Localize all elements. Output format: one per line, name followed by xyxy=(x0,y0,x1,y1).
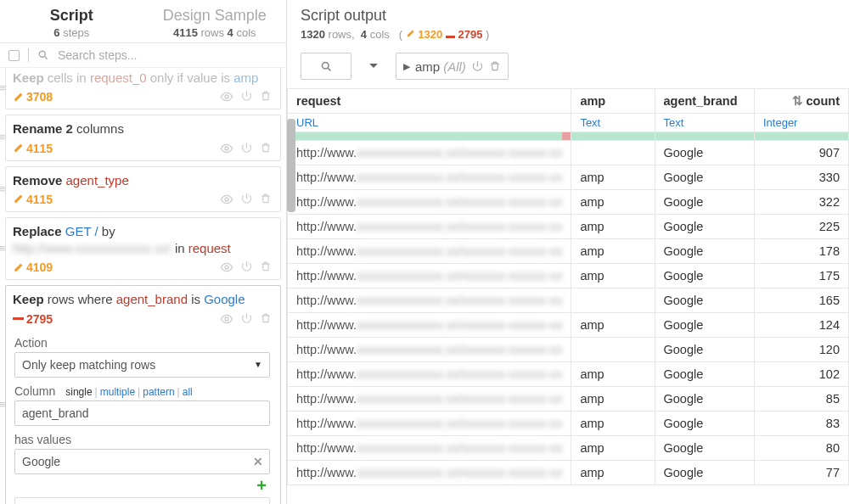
table-row[interactable]: http://www.xxxxxxxxxxxxxx.xx/xxxxxxx-xxx… xyxy=(288,165,849,190)
table-row[interactable]: http://www.xxxxxxxxxxxxxx.xx/xxxxxxx-xxx… xyxy=(288,338,849,362)
mode-all[interactable]: all xyxy=(183,386,193,398)
table-row[interactable]: http://www.xxxxxxxxxxxxxx.xx/xxxxxxx-xxx… xyxy=(288,288,849,313)
svg-point-0 xyxy=(39,51,45,57)
eye-icon[interactable] xyxy=(220,142,233,155)
col-count[interactable]: ⇅ count xyxy=(754,89,848,114)
eye-icon[interactable] xyxy=(220,193,233,206)
cell-request: http://www.xxxxxxxxxxxxxx.xx/xxxxxxx-xxx… xyxy=(288,190,571,215)
output-sub: 1320 rows, 4 cols ( 1320 2795 ) xyxy=(301,28,835,41)
cell-amp: amp xyxy=(571,362,655,387)
col-amp[interactable]: amp xyxy=(571,89,655,114)
drag-handle-icon[interactable]: ≡ xyxy=(0,403,6,406)
type-amp[interactable]: Text xyxy=(571,114,655,132)
column-input[interactable]: agent_brand xyxy=(14,400,270,426)
table-row[interactable]: http://www.xxxxxxxxxxxxxx.xx/xxxxxxx-xxx… xyxy=(288,362,849,387)
cell-request: http://www.xxxxxxxxxxxxxx.xx/xxxxxxx-xxx… xyxy=(288,264,571,288)
table-row[interactable]: http://www.xxxxxxxxxxxxxx.xx/xxxxxxx-xxx… xyxy=(288,264,849,288)
cell-amp xyxy=(571,288,655,313)
tab-design-sample[interactable]: Design Sample 4115 rows 4 cols xyxy=(143,0,287,42)
svg-rect-13 xyxy=(446,36,455,38)
step-keep-cells[interactable]: ≡ Keep cells in request_0 only if value … xyxy=(5,68,281,109)
type-agent-brand[interactable]: Text xyxy=(655,114,754,132)
step-replace[interactable]: ≡ Replace GET / byhttp://www.xxxxxxxxxxx… xyxy=(5,217,281,281)
drag-handle-icon[interactable]: ≡ xyxy=(0,247,6,250)
trash-icon[interactable] xyxy=(260,193,272,206)
cell-count: 178 xyxy=(754,239,848,264)
select-all-checkbox[interactable] xyxy=(8,50,20,61)
power-icon[interactable] xyxy=(240,90,253,104)
eye-icon[interactable] xyxy=(220,312,233,326)
output-search-button[interactable] xyxy=(301,53,351,80)
power-icon[interactable] xyxy=(240,260,253,274)
type-count[interactable]: Integer xyxy=(754,114,848,132)
trash-icon[interactable] xyxy=(260,142,272,155)
col-request[interactable]: request xyxy=(288,89,571,114)
drag-handle-icon[interactable]: ≡ xyxy=(0,188,6,191)
trash-icon[interactable] xyxy=(260,90,272,104)
search-steps-input[interactable] xyxy=(58,48,278,62)
cell-brand: Google xyxy=(655,387,754,412)
drag-handle-icon[interactable]: ≡ xyxy=(0,136,6,139)
step-rename[interactable]: ≡ Rename 2 columns 4115 xyxy=(5,115,281,160)
step-count: 2795 xyxy=(13,312,53,326)
power-icon[interactable] xyxy=(240,142,253,155)
trash-icon[interactable] xyxy=(260,260,272,274)
eye-icon[interactable] xyxy=(220,260,233,274)
table-row[interactable]: http://www.xxxxxxxxxxxxxx.xx/xxxxxxx-xxx… xyxy=(288,190,849,215)
mode-multiple[interactable]: multiple xyxy=(100,386,135,398)
cell-brand: Google xyxy=(655,165,754,190)
cell-count: 85 xyxy=(754,387,848,412)
empty-value-input[interactable] xyxy=(14,497,270,505)
output-dropdown-button[interactable] xyxy=(360,53,387,80)
cell-brand: Google xyxy=(655,190,754,215)
step-remove[interactable]: ≡ Remove agent_type 4115 xyxy=(5,166,281,212)
table-row[interactable]: http://www.xxxxxxxxxxxxxx.xx/xxxxxxx-xxx… xyxy=(288,387,849,412)
cell-request: http://www.xxxxxxxxxxxxxx.xx/xxxxxxx-xxx… xyxy=(288,239,571,264)
table-row[interactable]: http://www.xxxxxxxxxxxxxx.xx/xxxxxxx-xxx… xyxy=(288,412,849,436)
column-chip[interactable]: ▶ amp (All) xyxy=(396,53,509,80)
refresh-icon[interactable] xyxy=(471,60,484,73)
type-request[interactable]: URL xyxy=(288,114,571,132)
table-row[interactable]: http://www.xxxxxxxxxxxxxx.xx/xxxxxxx-xxx… xyxy=(288,239,849,264)
mode-pattern[interactable]: pattern xyxy=(143,386,174,398)
action-select[interactable]: Only keep matching rows ▼ xyxy=(14,352,270,378)
cell-request: http://www.xxxxxxxxxxxxxx.xx/xxxxxxx-xxx… xyxy=(288,461,571,485)
cell-request: http://www.xxxxxxxxxxxxxx.xx/xxxxxxx-xxx… xyxy=(288,288,571,313)
cell-count: 907 xyxy=(754,141,848,165)
table-row[interactable]: http://www.xxxxxxxxxxxxxx.xx/xxxxxxx-xxx… xyxy=(288,215,849,239)
cell-request: http://www.xxxxxxxxxxxxxx.xx/xxxxxxx-xxx… xyxy=(288,165,571,190)
table-row[interactable]: http://www.xxxxxxxxxxxxxx.xx/xxxxxxx-xxx… xyxy=(288,436,849,461)
tab-script-sub: 6 steps xyxy=(0,26,143,39)
table-row[interactable]: http://www.xxxxxxxxxxxxxx.xx/xxxxxxx-xxx… xyxy=(288,141,849,165)
cell-request: http://www.xxxxxxxxxxxxxx.xx/xxxxxxx-xxx… xyxy=(288,412,571,436)
cell-amp: amp xyxy=(571,239,655,264)
trash-icon[interactable] xyxy=(260,312,272,326)
table-row[interactable]: http://www.xxxxxxxxxxxxxx.xx/xxxxxxx-xxx… xyxy=(288,313,849,338)
svg-point-14 xyxy=(322,62,329,69)
step-keep-rows[interactable]: ≡ Keep rows where agent_brand is Google … xyxy=(5,285,281,504)
has-values-input[interactable]: Google xyxy=(14,449,270,474)
eye-icon[interactable] xyxy=(220,90,233,104)
cell-request: http://www.xxxxxxxxxxxxxx.xx/xxxxxxx-xxx… xyxy=(288,215,571,239)
clear-value-icon[interactable]: ✕ xyxy=(253,455,263,468)
cell-count: 322 xyxy=(754,190,848,215)
panel-resize-handle[interactable] xyxy=(287,119,295,212)
step-count: 4115 xyxy=(13,142,53,155)
cell-count: 120 xyxy=(754,338,848,362)
power-icon[interactable] xyxy=(240,312,253,326)
trash-icon[interactable] xyxy=(489,60,501,72)
cell-amp: amp xyxy=(571,313,655,338)
cell-amp: amp xyxy=(571,264,655,288)
add-value-button[interactable]: + xyxy=(14,476,270,496)
power-icon[interactable] xyxy=(240,193,253,206)
svg-rect-10 xyxy=(13,317,24,320)
table-row[interactable]: http://www.xxxxxxxxxxxxxx.xx/xxxxxxx-xxx… xyxy=(288,461,849,485)
cell-brand: Google xyxy=(655,313,754,338)
drag-handle-icon[interactable]: ≡ xyxy=(0,87,6,90)
mode-single[interactable]: single xyxy=(65,386,92,398)
cell-brand: Google xyxy=(655,338,754,362)
tab-script[interactable]: Script 6 steps xyxy=(0,0,143,42)
col-agent-brand[interactable]: agent_brand xyxy=(655,89,754,114)
svg-point-6 xyxy=(225,198,228,201)
cell-brand: Google xyxy=(655,239,754,264)
